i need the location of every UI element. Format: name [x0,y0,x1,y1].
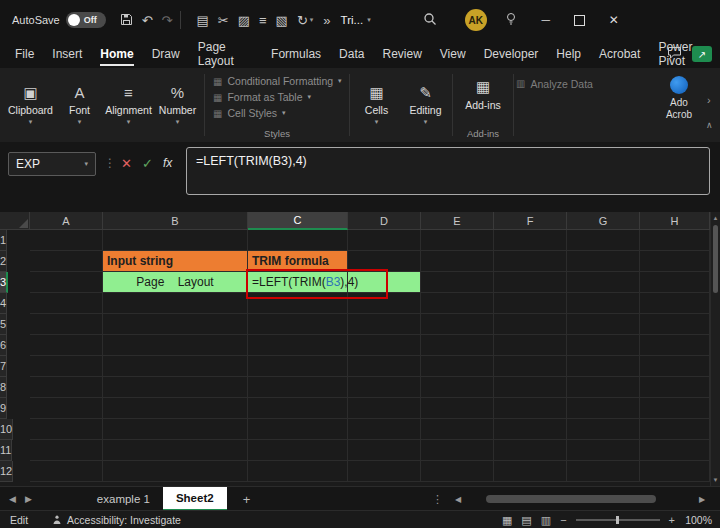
cell-F2[interactable] [494,251,567,272]
column-header-F[interactable]: F [494,212,567,230]
zoom-slider-thumb[interactable] [616,516,619,524]
cell-D6[interactable] [348,335,421,356]
cell-G9[interactable] [567,398,640,419]
cell-H6[interactable] [640,335,710,356]
tabbar-divider-dots[interactable]: ⋮ [432,493,443,506]
acrobat-button[interactable]: Ado Acrob [654,68,704,142]
cell-A8[interactable] [30,377,103,398]
row-header-9[interactable]: 9 [0,398,7,419]
cell-H4[interactable] [640,293,710,314]
select-all-button[interactable] [0,212,30,230]
cell-E5[interactable] [421,314,494,335]
vertical-scrollbar[interactable]: ▲ ▼ [710,212,720,486]
cell-F8[interactable] [494,377,567,398]
format-as-table-button[interactable]: ▦Format as Table▾ [213,91,343,103]
cell-G1[interactable] [567,230,640,251]
cell-A7[interactable] [30,356,103,377]
quick-access-overflow[interactable]: » [323,14,330,27]
cell-C4[interactable] [248,293,348,314]
row-header-5[interactable]: 5 [0,314,7,335]
cell-E12[interactable] [421,461,494,482]
cell-G11[interactable] [567,440,640,461]
cell-B12[interactable] [103,461,248,482]
cell-B10[interactable] [103,419,248,440]
cancel-entry-button[interactable]: ✕ [121,156,132,171]
formula-bar-handle[interactable]: ⋮ [104,156,115,170]
autosave-toggle[interactable]: AutoSave Off [12,12,106,28]
addins-icon[interactable]: ▦ [476,78,490,96]
cell-H2[interactable] [640,251,710,272]
font-group-button[interactable]: AFont▾ [55,68,104,142]
cell-styles-button[interactable]: ▦Cell Styles▾ [213,107,343,119]
save-icon[interactable] [120,13,133,28]
format-painter-icon[interactable]: ▧ [276,14,288,27]
cell-D12[interactable] [348,461,421,482]
cells-button[interactable]: ▦ Cells ▾ [352,68,401,142]
column-header-B[interactable]: B [103,212,248,230]
tab-home[interactable]: Home [91,40,142,68]
cell-A9[interactable] [30,398,103,419]
page-layout-view-button[interactable]: ▤ [521,514,531,527]
share-button[interactable]: ↗ [692,46,712,62]
scroll-up-icon[interactable]: ▲ [711,213,720,223]
cell-C8[interactable] [248,377,348,398]
tab-acrobat[interactable]: Acrobat [590,40,649,68]
cell-F4[interactable] [494,293,567,314]
tab-view[interactable]: View [431,40,475,68]
number-group-button[interactable]: %Number▾ [153,68,202,142]
cell-D7[interactable] [348,356,421,377]
picture-icon[interactable]: ▨ [238,14,250,27]
cell-F10[interactable] [494,419,567,440]
cell-E9[interactable] [421,398,494,419]
column-header-G[interactable]: G [567,212,640,230]
cell-A2[interactable] [30,251,103,272]
analyze-data-button[interactable]: ▥ Analyze Data [516,68,616,142]
cell-H7[interactable] [640,356,710,377]
comments-button[interactable] [667,46,682,62]
cell-B8[interactable] [103,377,248,398]
cell-A4[interactable] [30,293,103,314]
column-header-E[interactable]: E [421,212,494,230]
cell-G3[interactable] [567,272,640,293]
document-title[interactable]: Tri... ▾ [341,14,371,26]
cell-B3[interactable]: Page Layout [103,272,248,293]
workbook-icon[interactable]: ▤ [197,14,209,27]
sheet-tab-example-1[interactable]: example 1 [84,487,163,511]
column-header-H[interactable]: H [640,212,710,230]
row-header-1[interactable]: 1 [0,230,7,251]
horizontal-scroll-track[interactable] [464,494,696,504]
cell-E10[interactable] [421,419,494,440]
cell-D10[interactable] [348,419,421,440]
tab-insert[interactable]: Insert [43,40,91,68]
cell-E1[interactable] [421,230,494,251]
tab-review[interactable]: Review [373,40,430,68]
name-box[interactable]: EXP ▾ [8,152,96,176]
cell-A5[interactable] [30,314,103,335]
horizontal-scrollbar-thumb[interactable] [486,495,656,503]
new-sheet-button[interactable]: + [243,492,251,507]
cell-G12[interactable] [567,461,640,482]
cell-B11[interactable] [103,440,248,461]
autosave-switch[interactable]: Off [66,12,106,28]
row-header-7[interactable]: 7 [0,356,7,377]
tab-draw[interactable]: Draw [143,40,189,68]
row-header-11[interactable]: 11 [0,440,12,461]
sheet-tab-sheet2[interactable]: Sheet2 [163,487,227,511]
zoom-in-button[interactable]: + [669,514,675,526]
tab-data[interactable]: Data [330,40,373,68]
cell-D2[interactable] [348,251,421,272]
cell-E7[interactable] [421,356,494,377]
cell-G6[interactable] [567,335,640,356]
cell-C11[interactable] [248,440,348,461]
accessibility-checker[interactable]: Accessibility: Investigate [52,514,181,526]
cell-G5[interactable] [567,314,640,335]
ribbon-scroll-right-icon[interactable]: › [707,94,711,106]
row-header-6[interactable]: 6 [0,335,7,356]
scroll-down-icon[interactable]: ▼ [711,475,720,485]
cell-C1[interactable] [248,230,348,251]
undo-icon[interactable]: ↶ [142,14,153,27]
cell-H12[interactable] [640,461,710,482]
normal-view-button[interactable]: ▦ [502,514,512,527]
cell-H11[interactable] [640,440,710,461]
search-icon[interactable] [423,12,437,28]
